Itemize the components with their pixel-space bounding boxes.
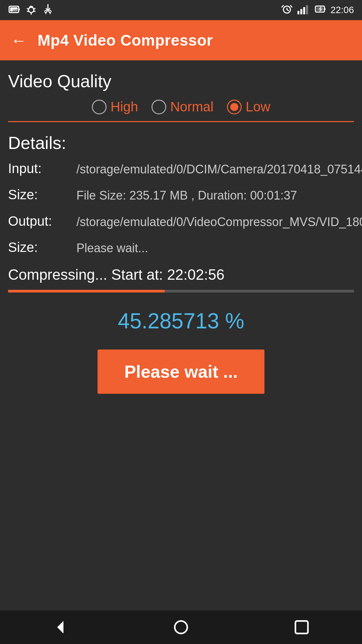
signal-icon	[297, 3, 310, 17]
progress-bar-container	[8, 290, 354, 292]
size-output-value: Please wait...	[76, 240, 354, 257]
battery-charging-icon	[314, 3, 326, 17]
output-value: /storage/emulated/0/VideoCompressor_MVS/…	[76, 214, 362, 230]
svg-rect-26	[295, 621, 308, 633]
status-bar-left: 100	[8, 3, 54, 17]
nav-home-button[interactable]	[172, 618, 190, 637]
radio-low-inner	[230, 103, 238, 111]
size-input-label: Size:	[8, 187, 68, 202]
alarm-icon	[281, 3, 293, 17]
output-row: Output: /storage/emulated/0/VideoCompres…	[8, 214, 354, 230]
quality-normal-option[interactable]: Normal	[152, 99, 214, 114]
nav-recent-button[interactable]	[292, 618, 311, 637]
quality-options: High Normal Low	[8, 99, 354, 122]
svg-line-16	[287, 9, 289, 10]
svg-line-8	[33, 11, 35, 12]
size-output-label: Size:	[8, 240, 68, 255]
size-input-value: File Size: 235.17 MB , Duration: 00:01:3…	[76, 187, 354, 204]
bug-icon	[25, 3, 38, 17]
svg-point-25	[175, 621, 187, 633]
input-row: Input: /storage/emulated/0/DCIM/Camera/2…	[8, 161, 354, 178]
battery-100-icon: 100	[8, 3, 21, 17]
svg-line-7	[27, 11, 29, 12]
svg-rect-20	[306, 5, 308, 14]
status-bar-right: 22:06	[281, 3, 354, 17]
svg-rect-19	[303, 7, 305, 14]
radio-low[interactable]	[227, 100, 242, 114]
size-output-row: Size: Please wait...	[8, 240, 354, 257]
quality-low-option[interactable]: Low	[227, 99, 270, 114]
svg-rect-2	[19, 8, 20, 10]
nav-back-button[interactable]	[51, 618, 70, 637]
app-bar: ← Mp4 Video Compressor	[0, 20, 362, 60]
svg-rect-18	[300, 9, 302, 14]
input-value: /storage/emulated/0/DCIM/Camera/20170418…	[76, 161, 362, 178]
radio-high[interactable]	[92, 100, 107, 114]
time-display: 22:06	[330, 5, 354, 15]
usb-icon	[42, 3, 54, 17]
quality-high-option[interactable]: High	[92, 99, 138, 114]
svg-point-4	[28, 7, 34, 13]
bottom-nav	[0, 610, 362, 644]
radio-normal[interactable]	[152, 100, 166, 114]
svg-text:100: 100	[12, 8, 18, 12]
quality-low-label: Low	[246, 99, 270, 114]
app-title: Mp4 Video Compressor	[38, 31, 213, 49]
progress-bar-fill	[8, 290, 165, 292]
svg-rect-23	[324, 8, 325, 10]
svg-point-11	[49, 10, 51, 12]
back-button[interactable]: ←	[11, 31, 27, 50]
video-quality-title: Video Quality	[8, 71, 354, 91]
compressing-status: Compressing... Start at: 22:02:56	[8, 266, 354, 283]
percentage-text: 45.285713 %	[8, 309, 354, 333]
svg-point-10	[45, 10, 47, 12]
output-label: Output:	[8, 214, 68, 229]
svg-marker-24	[57, 621, 64, 633]
quality-normal-label: Normal	[170, 99, 214, 114]
size-input-row: Size: File Size: 235.17 MB , Duration: 0…	[8, 187, 354, 204]
details-title: Details:	[8, 133, 354, 153]
please-wait-button[interactable]: Please wait ...	[98, 350, 264, 394]
status-bar: 100	[0, 0, 362, 20]
input-label: Input:	[8, 161, 68, 176]
quality-high-label: High	[111, 99, 138, 114]
main-content: Video Quality High Normal Low Details: I…	[0, 60, 362, 394]
svg-rect-17	[297, 11, 299, 14]
